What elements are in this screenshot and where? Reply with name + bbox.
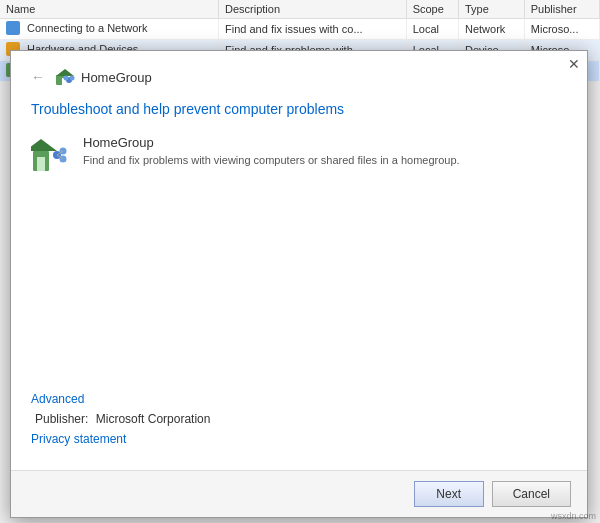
troubleshoot-dialog: ✕ ← HomeGroup Troubleshoot and help prev… — [10, 50, 588, 518]
publisher-line: Publisher: Microsoft Corporation — [31, 412, 567, 426]
tool-item-desc: Find and fix problems with viewing compu… — [83, 153, 460, 168]
tool-item: HomeGroup Find and fix problems with vie… — [31, 135, 567, 175]
close-button[interactable]: ✕ — [561, 51, 587, 77]
advanced-link[interactable]: Advanced — [31, 392, 567, 406]
svg-marker-7 — [31, 139, 57, 151]
table-row[interactable]: Connecting to a Network Find and fix iss… — [0, 19, 600, 40]
publisher-name: Microsoft Corporation — [96, 412, 211, 426]
svg-rect-8 — [37, 157, 45, 171]
tool-item-text: HomeGroup Find and fix problems with vie… — [83, 135, 460, 168]
troubleshoot-heading: Troubleshoot and help prevent computer p… — [31, 101, 567, 117]
back-nav: ← HomeGroup — [31, 67, 567, 87]
publisher-label: Publisher: — [35, 412, 88, 426]
dialog-footer: Next Cancel — [11, 470, 587, 517]
homegroup-nav-icon — [55, 67, 75, 87]
cancel-button[interactable]: Cancel — [492, 481, 571, 507]
dialog-body: ← HomeGroup Troubleshoot and help preven… — [11, 51, 587, 470]
svg-point-5 — [64, 76, 69, 81]
bottom-links: Advanced Publisher: Microsoft Corporatio… — [31, 384, 567, 460]
back-arrow-icon: ← — [31, 69, 45, 85]
svg-marker-1 — [56, 69, 74, 76]
nav-title: HomeGroup — [81, 70, 152, 85]
privacy-link[interactable]: Privacy statement — [31, 432, 567, 446]
svg-point-4 — [70, 76, 75, 81]
network-icon — [6, 21, 20, 35]
next-button[interactable]: Next — [414, 481, 484, 507]
watermark: wsxdn.com — [551, 511, 596, 521]
tool-item-name: HomeGroup — [83, 135, 460, 150]
homegroup-icon — [31, 135, 71, 175]
